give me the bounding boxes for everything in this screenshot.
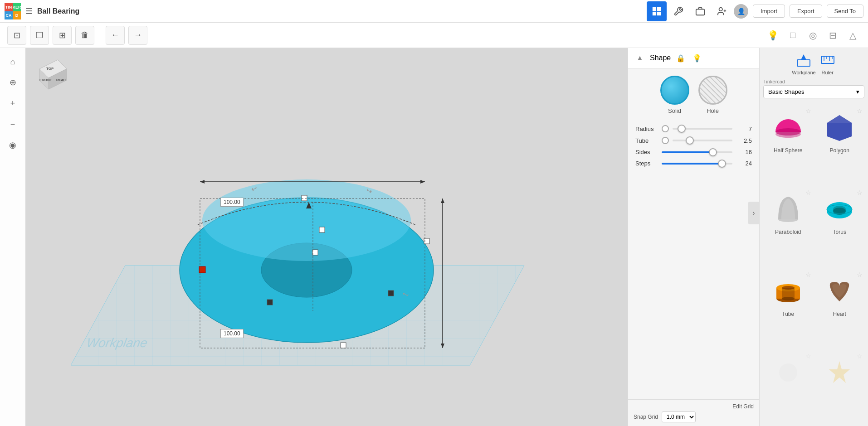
panel-scroll-arrow[interactable]: › [748, 202, 759, 224]
shape-item-polygon[interactable]: ☆ Polygon [815, 106, 865, 185]
mirror-button[interactable]: △ [844, 27, 861, 44]
tube-favorite-icon[interactable]: ☆ [805, 271, 811, 278]
shape-item-tube[interactable]: ☆ Tube [763, 269, 813, 349]
shapes-panel: Workplane Ruler Tinkercad Basic Shapes ▾ [759, 48, 868, 426]
shape-panel-title: Shape [650, 54, 671, 62]
sides-slider[interactable] [662, 151, 732, 153]
shape-properties-panel: ▲ Shape 🔒 💡 Solid Hole Radius [628, 48, 759, 426]
steps-slider-container [662, 163, 732, 165]
svg-rect-14 [302, 195, 307, 201]
group-button[interactable]: ⊞ [53, 26, 72, 45]
extra2-favorite-icon[interactable]: ☆ [857, 353, 863, 360]
svg-text:FRONT: FRONT [39, 78, 52, 82]
import-button[interactable]: Import [753, 5, 785, 18]
heart-favorite-icon[interactable]: ☆ [857, 271, 863, 278]
svg-marker-51 [827, 115, 839, 123]
navigation-cube[interactable]: TOP FRONT RIGHT [33, 55, 72, 94]
ruler-button[interactable]: Ruler [819, 52, 836, 75]
send-to-button[interactable]: Send To [827, 5, 863, 18]
snap-grid-label: Snap Grid [634, 414, 658, 420]
viewport[interactable]: Workplane ↩ ↪ ↩ [25, 48, 628, 426]
paraboloid-name: Paraboloid [775, 229, 801, 235]
user-avatar[interactable]: 👤 [734, 4, 748, 19]
hole-option[interactable]: Hole [698, 76, 727, 114]
polygon-thumbnail [821, 109, 858, 145]
solid-option[interactable]: Solid [660, 76, 689, 114]
solid-circle[interactable] [660, 76, 689, 105]
visible-shape-button[interactable]: 💡 [691, 52, 703, 64]
shape-item-torus[interactable]: ☆ Torus [815, 187, 865, 267]
snap-grid-select[interactable]: 1.0 mm 0.5 mm 0.1 mm [662, 411, 696, 422]
svg-marker-50 [839, 115, 852, 123]
workplane-button[interactable]: Workplane [792, 52, 815, 75]
add-user-button[interactable] [712, 1, 732, 21]
workplane-ruler-row: Workplane Ruler [760, 48, 868, 79]
shape-item-extra2[interactable]: ☆ [815, 351, 865, 422]
polygon-name: Polygon [830, 147, 849, 154]
tube-slider[interactable] [673, 140, 732, 141]
grid-view-button[interactable] [647, 1, 667, 21]
tube-value: 2.5 [736, 137, 752, 144]
paraboloid-favorite-icon[interactable]: ☆ [805, 189, 811, 196]
steps-slider[interactable] [662, 163, 732, 165]
shapes-dropdown-container: Tinkercad Basic Shapes ▾ [760, 79, 868, 102]
svg-marker-41 [801, 54, 806, 60]
sides-row: Sides 16 [635, 149, 752, 155]
undo-button[interactable]: ← [106, 26, 125, 45]
svg-point-48 [775, 128, 801, 136]
tools-button[interactable] [668, 1, 688, 21]
home-button[interactable]: ⌂ [4, 53, 22, 71]
collapse-panel-button[interactable]: ▲ [634, 52, 646, 64]
svg-text:TOP: TOP [46, 67, 54, 71]
zoom-out-button[interactable]: − [4, 115, 22, 133]
polygon-favorite-icon[interactable]: ☆ [857, 107, 863, 115]
snap-grid-row: Snap Grid 1.0 mm 0.5 mm 0.1 mm [634, 411, 754, 422]
light-view-button[interactable]: 💡 [765, 27, 781, 44]
paraboloid-thumbnail [770, 191, 806, 227]
delete-button[interactable]: 🗑 [75, 26, 94, 45]
copy-button[interactable]: ⊡ [7, 26, 26, 45]
logo-tin: TIN [5, 3, 13, 11]
svg-point-13 [202, 179, 411, 261]
hole-circle[interactable] [698, 76, 727, 105]
heart-thumbnail [821, 273, 858, 309]
edit-grid-button[interactable]: Edit Grid [634, 403, 754, 410]
fit-view-button[interactable]: ⊕ [4, 73, 22, 92]
outline-view-button[interactable]: ◎ [805, 27, 821, 44]
shape-item-heart[interactable]: ☆ Heart [815, 269, 865, 349]
lock-shape-button[interactable]: 🔒 [674, 52, 687, 64]
export-button[interactable]: Export [790, 5, 822, 18]
grid-lines-button[interactable]: ⊟ [824, 27, 841, 44]
projects-button[interactable] [690, 1, 710, 21]
shape-item-paraboloid[interactable]: ☆ Paraboloid [763, 187, 813, 267]
zoom-in-button[interactable]: + [4, 94, 22, 112]
radius-label: Radius [635, 126, 658, 132]
dimension-width: 100.00 [220, 198, 244, 207]
svg-marker-31 [441, 198, 444, 203]
halfsphere-name: Half Sphere [774, 147, 802, 154]
view-all-button[interactable]: ◉ [4, 136, 22, 154]
workplane-label: Workplane [792, 70, 815, 75]
shapes-collection-dropdown[interactable]: Basic Shapes ▾ [763, 85, 864, 98]
radius-row: Radius 7 [635, 125, 752, 132]
viewport-svg: Workplane ↩ ↪ ↩ [25, 48, 628, 426]
radius-slider[interactable] [673, 128, 732, 130]
paste-button[interactable]: ❐ [30, 26, 49, 45]
list-view-icon[interactable]: ☰ [25, 6, 33, 16]
svg-rect-1 [657, 7, 661, 10]
extra1-favorite-icon[interactable]: ☆ [805, 353, 811, 360]
tube-thumbnail [770, 273, 806, 309]
shape-item-extra1[interactable]: ☆ [763, 351, 813, 422]
shape-props: Radius 7 Tube 2.5 Sides [628, 121, 759, 170]
torus-favorite-icon[interactable]: ☆ [857, 189, 863, 196]
halfsphere-favorite-icon[interactable]: ☆ [805, 107, 811, 115]
flat-view-button[interactable]: □ [785, 27, 801, 44]
redo-button[interactable]: → [128, 26, 147, 45]
shape-item-halfsphere[interactable]: ☆ Half Sphere [763, 106, 813, 185]
project-title: Ball Bearing [37, 7, 79, 15]
svg-point-5 [719, 7, 722, 10]
sides-slider-container [662, 151, 732, 153]
svg-marker-65 [829, 361, 850, 383]
tube-row: Tube 2.5 [635, 137, 752, 144]
dropdown-arrow-icon: ▾ [856, 88, 859, 95]
